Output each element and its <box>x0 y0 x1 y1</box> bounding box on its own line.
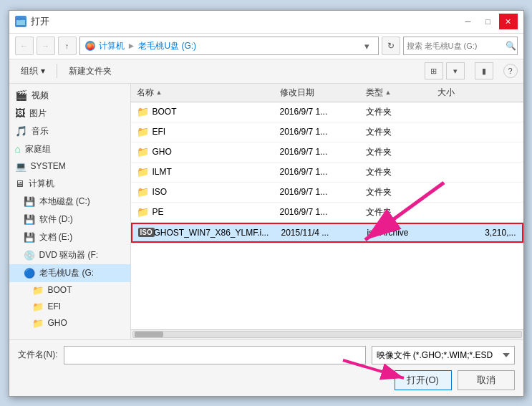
dialog-title: 打开 <box>31 15 49 28</box>
usb-icon: 🔵 <box>24 268 35 279</box>
breadcrumb-computer[interactable]: 计算机 <box>99 40 125 52</box>
file-name-text: PE <box>153 207 164 217</box>
back-button[interactable]: ← <box>15 37 34 55</box>
forward-button[interactable]: → <box>37 37 55 55</box>
refresh-button[interactable]: ↻ <box>382 37 400 55</box>
search-input[interactable] <box>407 42 506 50</box>
filename-input[interactable] <box>64 346 366 364</box>
column-name-header[interactable]: 名称 ▲ <box>131 87 274 99</box>
column-headers: 名称 ▲ 修改日期 类型 ▲ 大小 <box>131 84 523 102</box>
column-type-header[interactable]: 类型 ▲ <box>360 87 432 99</box>
sidebar-label-system: SYSTEM <box>31 161 66 171</box>
sidebar-item-drive-d[interactable]: 💾 软件 (D:) <box>9 211 130 228</box>
sidebar-label-image: 图片 <box>29 107 47 120</box>
column-size-header[interactable]: 大小 <box>432 87 523 99</box>
file-type-cell: iso Archive <box>362 228 433 238</box>
sidebar-label-usb: 老毛桃U盘 (G: <box>39 267 95 279</box>
view-button[interactable]: ⊞ <box>425 62 443 79</box>
file-date-cell: 2016/9/7 1... <box>274 147 360 157</box>
file-row[interactable]: 📁 ISO 2016/9/7 1... 文件夹 <box>131 183 523 203</box>
horizontal-scrollbar[interactable] <box>131 329 523 339</box>
file-type-cell: 文件夹 <box>360 186 432 198</box>
file-date-cell: 2016/9/7 1... <box>274 207 360 217</box>
breadcrumb-dropdown-button[interactable]: ▾ <box>361 39 374 52</box>
file-name-cell: 📁 ILMT <box>131 166 274 178</box>
sidebar-label-computer: 计算机 <box>29 178 54 190</box>
computer-icon: 🖥 <box>15 178 24 189</box>
organize-button[interactable]: 组织 ▾ <box>15 62 51 79</box>
sidebar-item-system[interactable]: 💻 SYSTEM <box>9 158 130 175</box>
new-folder-label: 新建文件夹 <box>69 65 112 77</box>
file-icon: 📁 <box>137 146 148 158</box>
preview-button[interactable]: ▮ <box>475 62 493 79</box>
file-date-cell: 2016/9/7 1... <box>274 187 360 197</box>
file-icon: 📁 <box>137 106 148 117</box>
file-name-cell: 📁 GHO <box>131 146 274 158</box>
new-folder-button[interactable]: 新建文件夹 <box>63 62 117 79</box>
sort-icon: ▲ <box>156 89 163 96</box>
file-row[interactable]: 📁 ILMT 2016/9/7 1... 文件夹 <box>131 163 523 183</box>
column-date-header[interactable]: 修改日期 <box>274 87 360 99</box>
file-icon: 📁 <box>137 186 148 198</box>
maximize-button[interactable]: □ <box>479 14 498 29</box>
sidebar-item-boot[interactable]: 📁 BOOT <box>9 282 130 299</box>
sidebar-label-dvd: DVD 驱动器 (F: <box>39 249 99 261</box>
file-date-cell: 2016/9/7 1... <box>274 167 360 177</box>
sidebar-item-drive-c[interactable]: 💾 本地磁盘 (C:) <box>9 193 130 211</box>
toolbar: 组织 ▾ 新建文件夹 ⊞ ▾ ▮ ? <box>9 59 523 84</box>
sidebar-label-homegroup: 家庭组 <box>25 143 51 155</box>
file-icon: 📁 <box>137 166 148 178</box>
file-row[interactable]: 📁 BOOT 2016/9/7 1... 文件夹 <box>131 102 523 122</box>
sidebar-item-usb[interactable]: 🔵 老毛桃U盘 (G: <box>9 264 130 282</box>
close-button[interactable]: ✕ <box>499 14 518 29</box>
sidebar-item-image[interactable]: 🖼 图片 <box>9 105 130 122</box>
file-name-cell: 📁 PE <box>131 206 274 218</box>
file-type-cell: 文件夹 <box>360 146 432 158</box>
file-date-cell: 2015/11/4 ... <box>276 228 362 238</box>
main-panel: 名称 ▲ 修改日期 类型 ▲ 大小 📁 BOOT 2016/9 <box>131 84 523 339</box>
file-size-cell: 3,210,... <box>433 228 522 238</box>
file-name-text: GHOST_WIN7_X86_YLMF.i... <box>154 228 269 238</box>
sidebar-item-computer[interactable]: 🖥 计算机 <box>9 175 130 193</box>
filetype-select[interactable]: 映像文件 (*.GHO;*.WIM;*.ESD所有文件 (*.*) <box>372 346 515 364</box>
sidebar-item-homegroup[interactable]: ⌂ 家庭组 <box>9 140 130 158</box>
nav-bar: ← → ↑ 🍑 计算机 ► 老毛桃U盘 (G:) ▾ ↻ 🔍 <box>9 34 523 59</box>
search-box: 🔍 <box>403 37 518 55</box>
open-button[interactable]: 打开(O) <box>395 370 452 390</box>
file-date-cell: 2016/9/7 1... <box>274 107 360 117</box>
file-type-cell: 文件夹 <box>360 206 432 218</box>
sidebar-label-boot: BOOT <box>48 285 72 295</box>
drive-e-icon: 💾 <box>24 232 35 243</box>
file-name-cell: 📁 EFI <box>131 126 274 137</box>
homegroup-icon: ⌂ <box>15 143 21 155</box>
system-icon: 💻 <box>15 161 26 172</box>
sidebar-item-dvd[interactable]: 💿 DVD 驱动器 (F: <box>9 246 130 264</box>
sidebar-item-drive-e[interactable]: 💾 文档 (E:) <box>9 228 130 246</box>
cancel-button[interactable]: 取消 <box>458 370 515 390</box>
up-button[interactable]: ↑ <box>58 37 77 55</box>
organize-label: 组织 <box>21 65 38 77</box>
file-row[interactable]: 📁 PE 2016/9/7 1... 文件夹 <box>131 203 523 223</box>
file-name-text: EFI <box>153 127 166 137</box>
sidebar-item-efi[interactable]: 📁 EFI <box>9 299 130 315</box>
minimize-button[interactable]: ─ <box>459 14 478 29</box>
file-row[interactable]: 📁 GHO 2016/9/7 1... 文件夹 <box>131 142 523 163</box>
sidebar-item-music[interactable]: 🎵 音乐 <box>9 122 130 140</box>
sidebar-item-gho[interactable]: 📁 GHO <box>9 315 130 332</box>
help-button[interactable]: ? <box>503 64 518 78</box>
file-list: 📁 BOOT 2016/9/7 1... 文件夹 📁 EFI 2016/9/7 … <box>131 102 523 329</box>
boot-folder-icon: 📁 <box>32 285 44 296</box>
file-row[interactable]: 📁 EFI 2016/9/7 1... 文件夹 <box>131 122 523 142</box>
breadcrumb-usb[interactable]: 老毛桃U盘 (G:) <box>138 40 196 52</box>
sidebar-item-video[interactable]: 🎬 视频 <box>9 87 130 105</box>
toolbar-separator <box>57 64 57 78</box>
buttons-row: 打开(O) 取消 <box>18 370 515 390</box>
file-type-cell: 文件夹 <box>360 126 432 138</box>
title-bar: 打开 ─ □ ✕ <box>9 11 523 34</box>
file-row[interactable]: ISO GHOST_WIN7_X86_YLMF.i... 2015/11/4 .… <box>131 223 523 243</box>
file-date-cell: 2016/9/7 1... <box>274 127 360 137</box>
filename-label: 文件名(N): <box>18 349 58 361</box>
gho-folder-icon: 📁 <box>32 318 44 329</box>
sidebar-label-drive-d: 软件 (D:) <box>39 213 73 226</box>
view-dropdown-button[interactable]: ▾ <box>446 62 465 79</box>
